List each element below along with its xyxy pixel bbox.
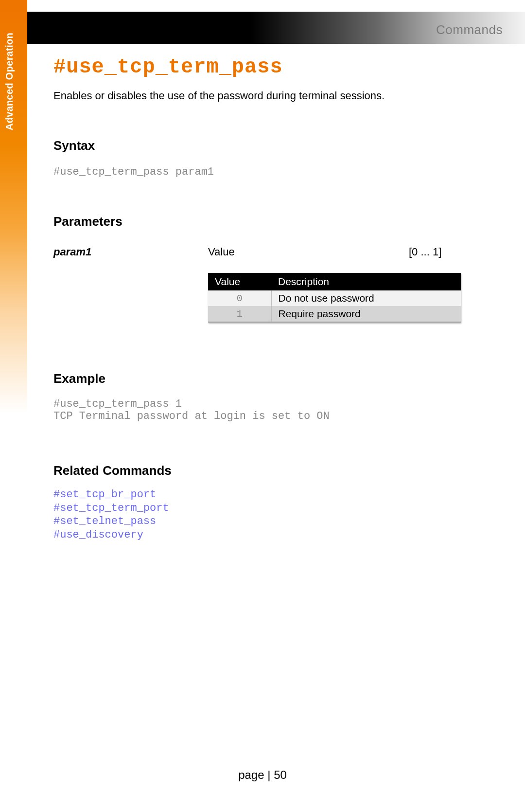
parameter-value-table: Value Description 0 Do not use password … [208,273,461,323]
page-number: page | 50 [0,768,525,782]
table-cell-description: Require password [271,306,461,322]
example-code: #use_tcp_term_pass 1 TCP Terminal passwo… [53,398,497,422]
example-heading: Example [53,371,497,386]
syntax-code: #use_tcp_term_pass param1 [53,166,497,178]
related-commands-heading: Related Commands [53,463,497,478]
syntax-heading: Syntax [53,138,497,153]
content-area: #use_tcp_term_pass Enables or disables t… [53,55,497,541]
parameter-range: [0 ... 1] [409,246,497,258]
table-cell-description: Do not use password [271,290,461,306]
related-command-link[interactable]: #use_discovery [53,528,497,542]
related-command-link[interactable]: #set_telnet_pass [53,515,497,528]
related-commands-list: #set_tcp_br_port #set_tcp_term_port #set… [53,488,497,541]
table-row: 0 Do not use password [208,290,461,306]
table-cell-value: 0 [208,290,271,306]
sidebar-strip: Advanced Operation [0,0,27,414]
related-command-link[interactable]: #set_tcp_br_port [53,488,497,502]
table-header-value: Value [208,273,271,290]
parameter-name: param1 [53,246,208,258]
command-title: #use_tcp_term_pass [53,55,497,79]
header-label: Commands [436,22,503,37]
parameter-type: Value [208,246,409,258]
table-header-description: Description [271,273,461,290]
parameters-heading: Parameters [53,214,497,229]
sidebar-section-label: Advanced Operation [4,33,15,130]
table-row: 1 Require password [208,306,461,322]
table-cell-value: 1 [208,306,271,322]
related-command-link[interactable]: #set_tcp_term_port [53,502,497,515]
command-description: Enables or disables the use of the passw… [53,90,497,102]
table-header-row: Value Description [208,273,461,290]
parameter-row: param1 Value [0 ... 1] [53,246,497,258]
